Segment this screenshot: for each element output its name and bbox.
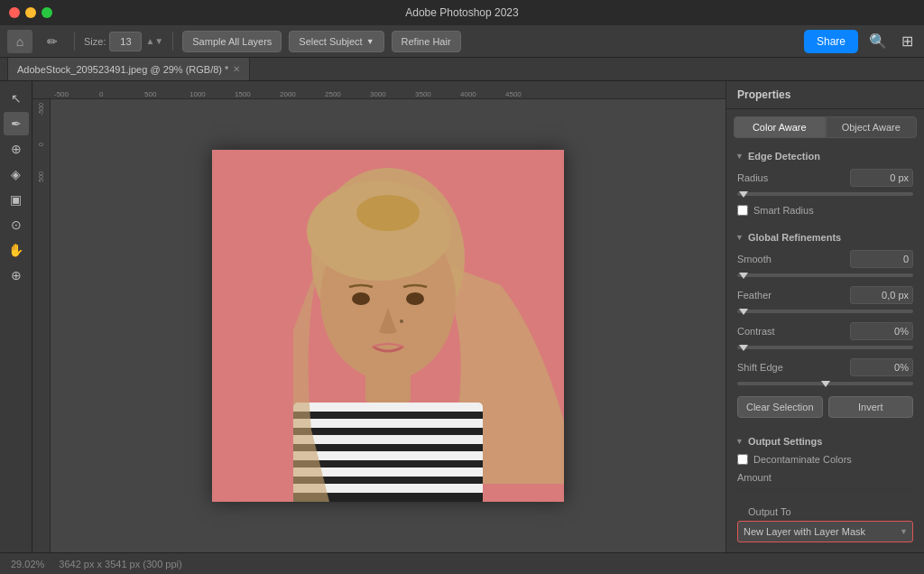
radius-label: Radius <box>737 172 768 183</box>
clear-selection-button[interactable]: Clear Selection <box>737 396 823 418</box>
move-tool-icon[interactable]: ↖ <box>4 87 29 110</box>
size-arrows[interactable]: ▲▼ <box>145 36 163 46</box>
color-aware-button[interactable]: Color Aware <box>734 116 826 138</box>
smooth-input[interactable] <box>850 250 913 268</box>
amount-label: Amount <box>737 472 772 483</box>
properties-panel-title: Properties <box>726 81 924 109</box>
amount-slider-row <box>726 486 924 497</box>
size-control: Size: ▲▼ <box>84 32 163 51</box>
smart-radius-row: Smart Radius <box>726 201 924 219</box>
panels-icon-button[interactable]: ⊞ <box>898 31 917 51</box>
decontaminate-row: Decontaminate Colors <box>726 450 924 468</box>
radius-slider-track[interactable] <box>737 192 913 196</box>
radius-slider-thumb[interactable] <box>739 191 748 198</box>
radius-input[interactable] <box>850 169 913 187</box>
shift-edge-slider-track[interactable] <box>737 382 913 385</box>
canvas-area[interactable]: -500 0 500 1000 1500 2000 2500 3000 3500… <box>32 81 725 552</box>
sample-all-layers-button[interactable]: Sample All Layers <box>182 31 282 52</box>
file-tab-name: AdobeStock_209523491.jpeg @ 29% (RGB/8) … <box>17 64 228 75</box>
size-input[interactable] <box>109 32 142 51</box>
title-bar: Adobe Photoshop 2023 <box>0 0 924 25</box>
heal-tool-icon[interactable]: ⊕ <box>4 137 29 161</box>
smooth-slider-track[interactable] <box>737 273 913 277</box>
shift-edge-slider-thumb[interactable] <box>821 381 830 387</box>
object-aware-button[interactable]: Object Aware <box>826 116 918 138</box>
output-settings-arrow[interactable]: ▼ <box>735 437 744 446</box>
share-button[interactable]: Share <box>804 30 858 53</box>
lasso-tool-icon[interactable]: ⊙ <box>4 213 29 236</box>
file-tab[interactable]: AdobeStock_209523491.jpeg @ 29% (RGB/8) … <box>7 58 250 80</box>
window-title: Adobe Photoshop 2023 <box>405 6 518 19</box>
global-refinements-header: ▼ Global Refinements <box>726 227 924 246</box>
decontaminate-colors-label: Decontaminate Colors <box>753 454 852 465</box>
edge-detection-label: Edge Detection <box>748 151 820 162</box>
invert-button[interactable]: Invert <box>828 396 914 418</box>
main-area: ↖ ✒ ⊕ ◈ ▣ ⊙ ✋ ⊕ -500 0 500 1000 1500 200… <box>0 81 924 552</box>
select-subject-label: Select Subject <box>299 36 362 47</box>
contrast-row: Contrast <box>726 319 924 344</box>
tab-bar: AdobeStock_209523491.jpeg @ 29% (RGB/8) … <box>0 58 924 81</box>
canvas-content[interactable] <box>51 99 725 552</box>
svg-point-6 <box>352 292 370 305</box>
svg-point-5 <box>356 195 420 231</box>
size-label: Size: <box>84 36 106 47</box>
contrast-label: Contrast <box>737 326 775 337</box>
output-select-wrapper: New Layer with Layer Mask New Layer Laye… <box>737 521 913 542</box>
window-controls <box>9 7 52 18</box>
shift-edge-slider-row <box>726 380 924 391</box>
zoom-level: 29.02% <box>11 559 44 569</box>
feather-row: Feather <box>726 282 924 308</box>
ruler-mark: 4000 <box>460 90 505 98</box>
svg-rect-12 <box>293 444 483 451</box>
ruler-mark: 1000 <box>189 90 235 98</box>
hand-tool-icon[interactable]: ✋ <box>4 238 29 262</box>
ruler-left: -500 0 500 <box>32 99 51 552</box>
minimize-button[interactable] <box>25 7 36 18</box>
ruler-mark: 3000 <box>370 90 415 98</box>
edge-detection-arrow[interactable]: ▼ <box>735 152 744 161</box>
edge-detection-header: ▼ Edge Detection <box>726 145 924 165</box>
search-icon-button[interactable]: 🔍 <box>865 31 891 51</box>
zoom-tool-icon[interactable]: ⊕ <box>4 264 29 287</box>
output-to-row: Output To <box>737 503 913 521</box>
ruler-mark: 500 <box>144 90 189 98</box>
shift-edge-label: Shift Edge <box>737 362 783 373</box>
refine-hair-button[interactable]: Refine Hair <box>392 31 461 52</box>
eraser-tool-icon[interactable]: ▣ <box>4 188 29 211</box>
home-toolbar-icon[interactable]: ⌂ <box>7 30 32 53</box>
ruler-left-mark: -500 <box>38 103 44 116</box>
output-to-select[interactable]: New Layer with Layer Mask New Layer Laye… <box>737 521 913 542</box>
pen-tool-icon[interactable]: ✒ <box>4 112 29 135</box>
status-bar: 29.02% 3642 px x 3541 px (300 ppi) <box>0 552 924 574</box>
contrast-input[interactable] <box>850 322 913 340</box>
smooth-slider-row <box>726 272 924 282</box>
smooth-slider-thumb[interactable] <box>739 273 748 279</box>
sample-all-layers-label: Sample All Layers <box>192 36 272 47</box>
feather-slider-track[interactable] <box>737 310 913 313</box>
svg-point-8 <box>400 319 403 323</box>
radius-row: Radius <box>726 165 924 190</box>
global-refinements-arrow[interactable]: ▼ <box>735 233 744 242</box>
global-refinements-label: Global Refinements <box>748 232 841 243</box>
svg-rect-10 <box>293 412 483 419</box>
smooth-row: Smooth <box>726 246 924 272</box>
brush-toolbar-icon[interactable]: ✏ <box>40 30 65 53</box>
contrast-slider-row <box>726 344 924 355</box>
decontaminate-colors-checkbox[interactable] <box>737 454 748 465</box>
svg-rect-13 <box>293 460 483 468</box>
shift-edge-input[interactable] <box>850 358 913 376</box>
tab-close-icon[interactable]: ✕ <box>233 64 240 74</box>
image-background <box>212 150 564 502</box>
feather-slider-thumb[interactable] <box>739 309 748 315</box>
smart-radius-checkbox[interactable] <box>737 205 748 216</box>
ruler-left-mark: 500 <box>38 171 44 182</box>
ruler-mark: 0 <box>99 90 144 98</box>
select-subject-button[interactable]: Select Subject ▼ <box>289 31 383 52</box>
contrast-slider-thumb[interactable] <box>739 345 748 351</box>
image-canvas[interactable] <box>212 150 564 502</box>
close-button[interactable] <box>9 7 20 18</box>
stamp-tool-icon[interactable]: ◈ <box>4 162 29 186</box>
maximize-button[interactable] <box>42 7 52 18</box>
contrast-slider-track[interactable] <box>737 346 913 349</box>
feather-input[interactable] <box>850 286 913 304</box>
